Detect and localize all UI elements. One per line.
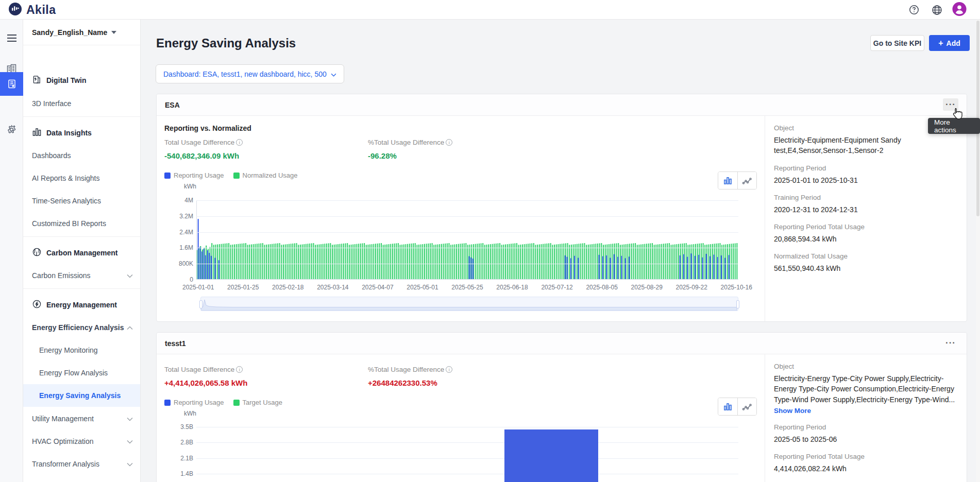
esa-chart-legend: Reporting Usage Normalized Usage — [164, 171, 298, 179]
sidebar-item-carbon-emissions[interactable]: Carbon Emissions — [23, 264, 140, 287]
sidebar-item-dashboards[interactable]: Dashboards — [23, 144, 140, 167]
plus-icon: + — [938, 39, 943, 48]
y-tick-label: 2.4M — [170, 229, 193, 236]
dashboard-selector[interactable]: Dashboard: ESA, tesst1, new dashboard, h… — [156, 64, 344, 83]
workspace-selector[interactable]: Sandy_English_Name — [23, 20, 140, 45]
esa-pct-usage-diff-label: %Total Usage Difference i — [368, 139, 452, 146]
add-button[interactable]: + Add — [929, 35, 970, 51]
app-window: Akila Sandy_English_Name — [0, 0, 980, 482]
go-to-site-kpi-button[interactable]: Go to Site KPI — [870, 35, 924, 51]
help-icon[interactable] — [907, 3, 921, 17]
gridline — [196, 442, 738, 443]
sidebar-item-data-insights[interactable]: Data Insights — [23, 122, 140, 144]
legend-swatch — [164, 400, 171, 406]
brand-logo[interactable]: Akila — [8, 2, 56, 18]
sidebar-item-label: Carbon Management — [46, 249, 117, 257]
sidebar-item-energy-management[interactable]: Energy Management — [23, 294, 140, 316]
page-scrollbar[interactable] — [976, 20, 980, 482]
chevron-down-icon — [331, 70, 336, 78]
sidebar-item-energy-efficiency-analysis[interactable]: Energy Efficiency Analysis — [23, 316, 140, 339]
reporting-usage-bar[interactable] — [504, 429, 598, 482]
info-icon[interactable]: i — [446, 366, 452, 373]
gridline — [196, 264, 738, 264]
x-tick-label: 2025-08-29 — [631, 284, 662, 291]
bar-chart-toggle-icon[interactable] — [718, 172, 737, 189]
tesst1-chart-legend: Reporting Usage Target Usage — [164, 399, 282, 406]
tesst1-card: tesst1 ··· Total Usage Difference i +4,4… — [156, 332, 967, 482]
divider — [765, 354, 765, 482]
legend-reporting-usage[interactable]: Reporting Usage — [164, 399, 224, 406]
sidebar-item-label: Carbon Emissions — [32, 271, 91, 280]
x-axis-line — [196, 279, 738, 280]
chevron-down-icon — [127, 460, 133, 468]
tesst1-card-header: tesst1 ··· — [157, 333, 967, 354]
esa-datazoom-brush[interactable] — [200, 297, 738, 311]
workspace-name: Sandy_English_Name — [32, 28, 107, 37]
info-icon[interactable]: i — [446, 139, 452, 146]
sidebar-item-energy-flow-analysis[interactable]: Energy Flow Analysis — [23, 361, 140, 384]
rail-digital-twin-icon[interactable] — [0, 72, 23, 96]
sidebar-item-ai-reports[interactable]: AI Reports & Insights — [23, 167, 140, 190]
line-chart-toggle-icon[interactable] — [737, 398, 756, 415]
more-actions-button[interactable]: ··· — [943, 337, 958, 349]
sidebar-item-time-series[interactable]: Time-Series Analytics — [23, 190, 140, 212]
sidebar-item-hvac-optimization[interactable]: HVAC Optimization — [23, 430, 140, 453]
sidebar-item-transformer-analysis[interactable]: Transformer Analysis — [23, 453, 140, 475]
legend-reporting-usage[interactable]: Reporting Usage — [164, 171, 224, 179]
sidebar-item-energy-saving-analysis[interactable]: Energy Saving Analysis — [23, 384, 140, 407]
sidebar-item-3d-interface[interactable]: 3D Interface — [23, 92, 140, 115]
reporting-total-value: 4,414,026,082.24 kWh — [774, 463, 960, 474]
reporting-period-label: Reporting Period — [774, 423, 960, 431]
sidebar-item-utility-management[interactable]: Utility Management — [23, 407, 140, 430]
legend-target-usage[interactable]: Target Usage — [233, 399, 282, 406]
x-tick-label: 2025-05-01 — [407, 284, 438, 291]
sidebar-item-digital-twin[interactable]: Digital Twin — [23, 69, 140, 92]
tesst1-chart-type-toggle — [718, 398, 757, 416]
sidebar-item-customized-bi[interactable]: Customized BI Reports — [23, 212, 140, 235]
tesst1-info-panel: Object Electricity-Energy Type-City Powe… — [774, 354, 960, 474]
x-tick-label: 2025-08-05 — [586, 284, 617, 291]
sidebar-item-energy-monitoring[interactable]: Energy Monitoring — [23, 339, 140, 361]
sidebar-nav: Sandy_English_Name Digital Twin 3D Inter… — [23, 20, 141, 482]
show-more-link[interactable]: Show More — [774, 407, 811, 415]
gridline — [196, 427, 738, 427]
bar-chart-toggle-icon[interactable] — [718, 398, 737, 415]
tesst1-y-axis-unit: kWh — [184, 410, 196, 417]
globe-icon[interactable] — [930, 3, 944, 17]
info-icon[interactable]: i — [236, 139, 243, 146]
digital-twin-icon — [32, 75, 42, 86]
sidebar-item-label: Energy Efficiency Analysis — [32, 323, 124, 332]
divider — [765, 116, 765, 321]
x-tick-label: 2025-02-18 — [272, 284, 303, 291]
sidebar-item-carbon-management[interactable]: Carbon Management — [23, 242, 140, 264]
gridline — [196, 216, 738, 217]
brush-handle-left[interactable] — [199, 300, 202, 308]
sidebar-item-label: Transformer Analysis — [32, 460, 99, 468]
energy-icon — [32, 299, 42, 311]
info-icon[interactable]: i — [236, 366, 243, 373]
esa-chart-type-toggle — [718, 171, 757, 190]
divider — [23, 236, 140, 237]
legend-normalized-usage[interactable]: Normalized Usage — [233, 171, 298, 179]
top-bar: Akila — [0, 0, 980, 20]
y-tick-label: 2.8B — [170, 439, 193, 446]
brush-handle-right[interactable] — [736, 300, 739, 308]
sidebar-item-label: Digital Twin — [46, 76, 87, 84]
sidebar-item-label: Data Insights — [46, 129, 92, 137]
rail-settings-gear-icon[interactable] — [0, 117, 23, 141]
tesst1-plot-area — [196, 418, 738, 482]
tesst1-total-usage-diff-value: +4,414,026,065.58 kWh — [164, 378, 247, 387]
sidebar-item-data-source-management[interactable]: Data Source Management — [23, 475, 140, 482]
sidebar-item-label: AI Reports & Insights — [32, 174, 100, 182]
sidebar-item-label: Customized BI Reports — [32, 219, 106, 228]
y-axis-line — [196, 200, 197, 280]
y-tick-label: 800K — [170, 260, 193, 267]
menu-toggle-icon[interactable] — [0, 26, 23, 50]
avatar[interactable] — [952, 2, 967, 16]
bar-chart-icon — [32, 127, 42, 139]
sidebar-item-label: Energy Flow Analysis — [39, 369, 108, 377]
line-chart-toggle-icon[interactable] — [737, 172, 756, 189]
sidebar-item-label: Energy Monitoring — [39, 346, 98, 354]
y-tick-label: 1.4B — [170, 470, 193, 477]
chevron-up-icon — [127, 323, 133, 332]
